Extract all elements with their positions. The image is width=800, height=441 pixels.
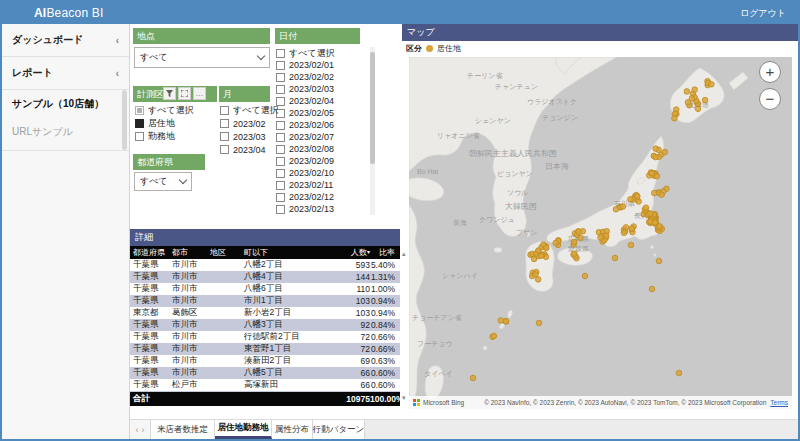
location-dropdown[interactable]: すべて	[134, 47, 270, 68]
date-filter-item[interactable]: 2023/02/06	[276, 119, 368, 131]
table-row[interactable]: 千葉県市川市八幡2丁目5935.40%	[130, 259, 400, 271]
location-slicer-header: 地点	[133, 28, 270, 44]
month-filter-item-label: すべて選択	[233, 104, 279, 117]
checkbox-partial-icon[interactable]	[135, 106, 144, 115]
column-header-4[interactable]: 人数▾	[337, 247, 370, 258]
checkbox-unchecked-icon[interactable]	[276, 181, 285, 190]
date-filter-item[interactable]: 2023/02/11	[276, 179, 368, 191]
filter-icon[interactable]	[163, 87, 176, 100]
table-row[interactable]: 千葉県市川市東菅野1丁目720.66%	[130, 343, 400, 355]
date-filter-item[interactable]: 2023/02/03	[276, 83, 368, 95]
checkbox-unchecked-icon[interactable]	[276, 157, 285, 166]
column-header-5[interactable]: 比率	[370, 247, 398, 258]
checkbox-unchecked-icon[interactable]	[220, 145, 229, 154]
column-header-3[interactable]: 町以下	[244, 247, 337, 258]
table-row[interactable]: 千葉県市川市行徳駅前2丁目720.66%	[130, 331, 400, 343]
map-canvas[interactable]: チーリン省チャンチュンウラジオストクシェンヤンチョンジンリャオニン省朝鮮民主主義…	[409, 57, 792, 409]
table-cell: 市川市	[172, 259, 210, 271]
table-row[interactable]: 千葉県市川市宮久保3丁目650.59%	[130, 391, 400, 392]
table-scroll-up-icon[interactable]: ▴	[402, 250, 406, 258]
focus-mode-icon[interactable]	[178, 87, 191, 100]
date-filter-item[interactable]: 2023/02/04	[276, 95, 368, 107]
tab-prev-icon[interactable]: ‹	[136, 425, 139, 435]
date-filter-item[interactable]: 2023/02/10	[276, 167, 368, 179]
date-filter-item[interactable]: 2023/02/08	[276, 143, 368, 155]
sidebar-item-report[interactable]: レポート ‹	[2, 57, 129, 90]
logout-button[interactable]: ログアウト	[740, 7, 786, 20]
month-filter-item[interactable]: 2023/03	[220, 130, 279, 143]
prefecture-dropdown[interactable]: すべて	[134, 172, 192, 191]
checkbox-unchecked-icon[interactable]	[276, 205, 285, 214]
table-cell: 72	[337, 332, 370, 342]
collapse-chevron-icon[interactable]: ‹	[116, 68, 119, 79]
table-row[interactable]: 千葉県市川市市川1丁目1030.94%	[130, 295, 400, 307]
sidebar-item-dashboard[interactable]: ダッシュボード ‹	[2, 24, 129, 57]
date-filter-item[interactable]: 2023/02/13	[276, 203, 368, 215]
checkbox-unchecked-icon[interactable]	[276, 61, 285, 70]
checkbox-unchecked-icon[interactable]	[276, 85, 285, 94]
date-filter-item[interactable]: すべて選択	[276, 47, 368, 59]
checkbox-unchecked-icon[interactable]	[276, 193, 285, 202]
date-filter-item[interactable]: 2023/02/12	[276, 191, 368, 203]
measure-filter-item[interactable]: 勤務地	[135, 130, 194, 143]
measure-filter-item[interactable]: すべて選択	[135, 104, 194, 117]
sidebar-item-url-sample[interactable]: URLサンプル	[2, 118, 129, 146]
more-options-icon[interactable]: …	[193, 87, 206, 100]
tab-nav-arrows: ‹ ›	[130, 420, 151, 439]
table-cell: 103	[337, 296, 370, 306]
page-tab-2[interactable]: 属性分布	[272, 420, 313, 439]
table-cell: 行徳駅前2丁目	[244, 331, 337, 343]
page-tab-1[interactable]: 居住地勤務地	[215, 420, 272, 439]
column-header-1[interactable]: 都市	[172, 247, 210, 258]
table-row[interactable]: 東京都葛飾区新小岩2丁目1030.94%	[130, 307, 400, 319]
tab-next-icon[interactable]: ›	[142, 425, 145, 435]
top-header: AIBeacon BI ログアウト	[2, 2, 798, 24]
table-row[interactable]: 千葉県市川市湊新田2丁目690.63%	[130, 355, 400, 367]
map-zoom-in-button[interactable]: +	[759, 61, 781, 83]
measure-filter-item[interactable]: 居住地	[135, 117, 194, 130]
date-checkbox-list: すべて選択2023/02/012023/02/022023/02/032023/…	[276, 47, 368, 215]
table-scroll-down-icon[interactable]: ▾	[402, 394, 406, 402]
measure-filter-item-label: 勤務地	[148, 130, 175, 143]
table-row[interactable]: 千葉県市川市八幡6丁目1101.00%	[130, 283, 400, 295]
date-filter-item[interactable]: 2023/02/02	[276, 71, 368, 83]
table-cell: 市川市	[172, 355, 210, 367]
sidebar-item-sample-report[interactable]: サンプル（10店舗）	[2, 90, 129, 118]
table-cell: 0.94%	[370, 296, 398, 306]
table-row[interactable]: 千葉県市川市八幡3丁目920.84%	[130, 319, 400, 331]
date-filter-item-label: 2023/02/02	[289, 72, 334, 82]
date-filter-item[interactable]: 2023/02/05	[276, 107, 368, 119]
month-filter-item[interactable]: 2023/04	[220, 143, 279, 156]
column-header-2[interactable]: 地区	[210, 247, 244, 258]
sidebar-scrollbar[interactable]	[122, 90, 127, 150]
column-header-0[interactable]: 都道府県	[130, 247, 172, 258]
checkbox-unchecked-icon[interactable]	[276, 49, 285, 58]
table-cell: 0.94%	[370, 308, 398, 318]
table-cell: 市川市	[172, 271, 210, 283]
table-row[interactable]: 千葉県市川市八幡5丁目660.60%	[130, 367, 400, 379]
date-filter-item[interactable]: 2023/02/07	[276, 131, 368, 143]
page-tab-3[interactable]: 行動パターン	[313, 420, 365, 439]
table-cell: 千葉県	[130, 379, 172, 391]
checkbox-checked-icon[interactable]	[135, 119, 144, 128]
date-filter-item[interactable]: 2023/02/01	[276, 59, 368, 71]
date-list-scrollbar[interactable]	[370, 47, 375, 215]
collapse-chevron-icon[interactable]: ‹	[116, 35, 119, 46]
date-filter-item-label: 2023/02/01	[289, 60, 334, 70]
checkbox-unchecked-icon[interactable]	[276, 73, 285, 82]
terms-link[interactable]: Terms	[770, 399, 788, 406]
checkbox-unchecked-icon[interactable]	[276, 169, 285, 178]
month-filter-item[interactable]: 2023/02	[220, 117, 279, 130]
checkbox-unchecked-icon[interactable]	[220, 132, 229, 141]
table-row[interactable]: 千葉県市川市八幡4丁目1441.31%	[130, 271, 400, 283]
checkbox-unchecked-icon[interactable]	[220, 106, 229, 115]
total-pct: 100.00%	[370, 394, 398, 404]
month-filter-item[interactable]: すべて選択	[220, 104, 279, 117]
checkbox-unchecked-icon[interactable]	[220, 119, 229, 128]
date-filter-item[interactable]: 2023/02/09	[276, 155, 368, 167]
page-tab-0[interactable]: 来店者数推定	[151, 420, 215, 439]
map-zoom-out-button[interactable]: −	[759, 88, 781, 110]
month-filter-item-label: 2023/03	[233, 132, 266, 142]
checkbox-unchecked-icon[interactable]	[135, 132, 144, 141]
table-row[interactable]: 千葉県松戸市高塚新田660.60%	[130, 379, 400, 391]
